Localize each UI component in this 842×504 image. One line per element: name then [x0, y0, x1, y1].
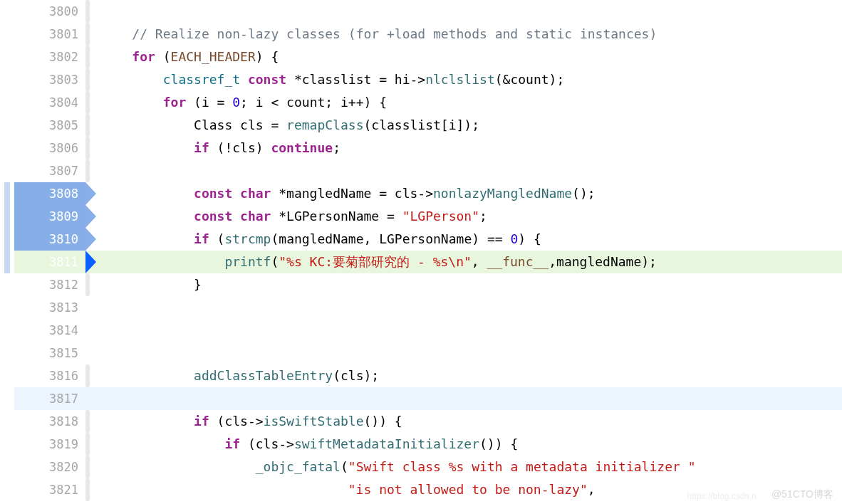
line-number[interactable]: 3813	[14, 296, 85, 319]
code-content[interactable]: printf("%s KC:要菊部研究的 - %s\n", __func__,m…	[95, 251, 842, 273]
code-line[interactable]: 3803 classref_t const *classlist = hi->n…	[0, 68, 842, 91]
code-content[interactable]	[95, 319, 842, 342]
code-content[interactable]: addClassTableEntry(cls);	[95, 364, 842, 387]
code-line[interactable]: 3818 if (cls->isSwiftStable()) {	[0, 410, 842, 433]
code-content[interactable]: }	[95, 273, 842, 296]
line-number[interactable]: 3814	[14, 319, 85, 342]
fold-ribbon[interactable]	[85, 159, 95, 182]
code-line[interactable]: 3807	[0, 159, 842, 182]
line-number[interactable]: 3811	[14, 251, 85, 273]
line-number[interactable]: 3800	[14, 0, 85, 23]
line-number[interactable]: 3820	[14, 456, 85, 478]
change-bar	[0, 159, 14, 182]
line-number[interactable]: 3802	[14, 46, 85, 68]
code-content[interactable]	[95, 296, 842, 319]
code-content[interactable]	[95, 342, 842, 364]
code-line[interactable]: 3801 // Realize non-lazy classes (for +l…	[0, 23, 842, 46]
fold-ribbon[interactable]	[85, 342, 95, 364]
line-number[interactable]: 3821	[14, 478, 85, 501]
line-number[interactable]: 3810	[14, 228, 85, 251]
fold-ribbon[interactable]	[85, 0, 95, 23]
code-line[interactable]: 3800	[0, 0, 842, 23]
code-line[interactable]: 3806 if (!cls) continue;	[0, 137, 842, 159]
code-line[interactable]: 3808 const char *mangledName = cls->nonl…	[0, 182, 842, 205]
change-bar	[0, 114, 14, 137]
line-number[interactable]: 3812	[14, 273, 85, 296]
fold-ribbon[interactable]	[85, 273, 95, 296]
code-content[interactable]: for (EACH_HEADER) {	[95, 46, 842, 68]
change-bar	[0, 251, 14, 273]
code-line[interactable]: 3819 if (cls->swiftMetadataInitializer()…	[0, 433, 842, 456]
code-line[interactable]: 3811 printf("%s KC:要菊部研究的 - %s\n", __fun…	[0, 251, 842, 273]
code-content[interactable]: const char *mangledName = cls->nonlazyMa…	[95, 182, 842, 205]
code-content[interactable]	[95, 0, 842, 23]
line-number[interactable]: 3805	[14, 114, 85, 137]
line-number[interactable]: 3819	[14, 433, 85, 456]
change-bar	[0, 0, 14, 23]
change-bar	[0, 205, 14, 228]
fold-ribbon[interactable]	[85, 319, 95, 342]
code-content[interactable]	[95, 387, 842, 410]
code-content[interactable]: if (cls->isSwiftStable()) {	[95, 410, 842, 433]
code-line[interactable]: 3809 const char *LGPersonName = "LGPerso…	[0, 205, 842, 228]
change-bar	[0, 387, 14, 410]
code-editor[interactable]: 38003801 // Realize non-lazy classes (fo…	[0, 0, 842, 501]
change-bar	[0, 410, 14, 433]
line-number[interactable]: 3803	[14, 68, 85, 91]
watermark-faint: https://blog.csdn.n	[687, 491, 757, 501]
code-line[interactable]: 3816 addClassTableEntry(cls);	[0, 364, 842, 387]
line-number[interactable]: 3815	[14, 342, 85, 364]
change-bar	[0, 228, 14, 251]
fold-ribbon[interactable]	[85, 23, 95, 46]
fold-ribbon[interactable]	[85, 410, 95, 433]
fold-ribbon[interactable]	[85, 433, 95, 456]
watermark: @51CTO博客	[771, 488, 833, 501]
fold-ribbon[interactable]	[85, 68, 95, 91]
fold-ribbon[interactable]	[85, 114, 95, 137]
code-line[interactable]: 3812 }	[0, 273, 842, 296]
code-content[interactable]	[95, 159, 842, 182]
change-bar	[0, 296, 14, 319]
code-content[interactable]: if (!cls) continue;	[95, 137, 842, 159]
fold-ribbon[interactable]	[85, 478, 95, 501]
change-bar	[0, 273, 14, 296]
fold-ribbon[interactable]	[85, 387, 95, 410]
line-number[interactable]: 3809	[14, 205, 85, 228]
change-bar	[0, 68, 14, 91]
code-line[interactable]: 3802 for (EACH_HEADER) {	[0, 46, 842, 68]
line-number[interactable]: 3807	[14, 159, 85, 182]
line-number[interactable]: 3817	[14, 387, 85, 410]
change-bar	[0, 433, 14, 456]
fold-ribbon[interactable]	[85, 364, 95, 387]
code-line[interactable]: 3805 Class cls = remapClass(classlist[i]…	[0, 114, 842, 137]
code-line[interactable]: 3804 for (i = 0; i < count; i++) {	[0, 91, 842, 114]
code-line[interactable]: 3817	[0, 387, 842, 410]
code-content[interactable]: // Realize non-lazy classes (for +load m…	[95, 23, 842, 46]
fold-ribbon[interactable]	[85, 296, 95, 319]
code-content[interactable]: for (i = 0; i < count; i++) {	[95, 91, 842, 114]
fold-ribbon[interactable]	[85, 91, 95, 114]
change-bar	[0, 137, 14, 159]
line-number[interactable]: 3806	[14, 137, 85, 159]
code-line[interactable]: 3813	[0, 296, 842, 319]
fold-ribbon[interactable]	[85, 46, 95, 68]
line-number[interactable]: 3818	[14, 410, 85, 433]
code-line[interactable]: 3820 _objc_fatal("Swift class %s with a …	[0, 456, 842, 478]
change-bar	[0, 478, 14, 501]
code-content[interactable]: if (cls->swiftMetadataInitializer()) {	[95, 433, 842, 456]
code-line[interactable]: 3810 if (strcmp(mangledName, LGPersonNam…	[0, 228, 842, 251]
fold-ribbon[interactable]	[85, 137, 95, 159]
code-line[interactable]: 3814	[0, 319, 842, 342]
fold-ribbon[interactable]	[85, 456, 95, 478]
change-bar	[0, 91, 14, 114]
line-number[interactable]: 3804	[14, 91, 85, 114]
code-line[interactable]: 3815	[0, 342, 842, 364]
code-content[interactable]: if (strcmp(mangledName, LGPersonName) ==…	[95, 228, 842, 251]
line-number[interactable]: 3816	[14, 364, 85, 387]
code-content[interactable]: classref_t const *classlist = hi->nlclsl…	[95, 68, 842, 91]
line-number[interactable]: 3801	[14, 23, 85, 46]
code-content[interactable]: const char *LGPersonName = "LGPerson";	[95, 205, 842, 228]
code-content[interactable]: _objc_fatal("Swift class %s with a metad…	[95, 456, 842, 478]
code-content[interactable]: Class cls = remapClass(classlist[i]);	[95, 114, 842, 137]
line-number[interactable]: 3808	[14, 182, 85, 205]
